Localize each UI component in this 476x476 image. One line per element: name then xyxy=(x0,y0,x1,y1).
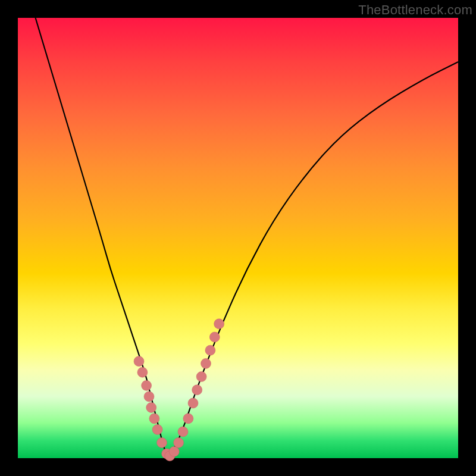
dot xyxy=(209,332,220,342)
dot xyxy=(178,427,188,437)
dot xyxy=(152,424,162,434)
dot xyxy=(144,392,154,402)
dot xyxy=(201,358,211,368)
plot-area xyxy=(18,18,458,458)
chart-stage: TheBottleneck.com xyxy=(0,0,476,476)
dot xyxy=(146,402,156,412)
dot xyxy=(137,367,148,377)
dot xyxy=(174,438,184,448)
dot xyxy=(149,414,159,424)
dot xyxy=(142,380,152,390)
dot xyxy=(134,356,144,367)
curve-svg xyxy=(18,18,458,458)
dot xyxy=(205,345,215,355)
dot xyxy=(169,446,179,456)
dot xyxy=(183,414,193,424)
dot xyxy=(214,319,224,329)
dot xyxy=(157,438,167,448)
dot xyxy=(196,372,206,382)
dot xyxy=(192,385,202,395)
bottleneck-curve xyxy=(36,18,458,455)
watermark-text: TheBottleneck.com xyxy=(358,2,472,18)
dot xyxy=(188,398,198,408)
highlight-dots xyxy=(134,319,224,461)
